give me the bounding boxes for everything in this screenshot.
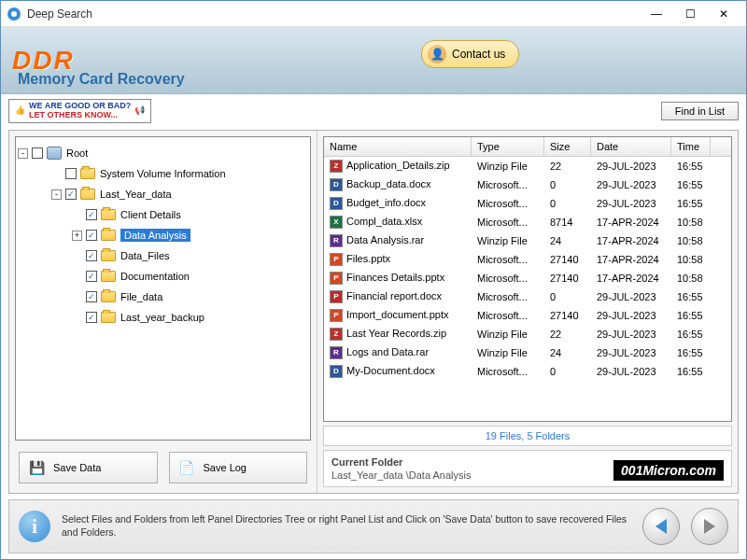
folder-icon [80, 168, 95, 179]
file-list-body[interactable]: ZApplication_Details.zipWinzip File2229-… [324, 157, 731, 421]
folder-icon [101, 271, 116, 282]
nav-back-button[interactable] [642, 508, 680, 545]
banner: DDR Memory Card Recovery 👤 Contact us [1, 27, 746, 94]
save-buttons-row: 💾 Save Data 📄 Save Log [9, 446, 317, 493]
checkbox[interactable]: ✓ [86, 209, 97, 220]
checkbox[interactable]: ✓ [86, 250, 97, 261]
tree-node-label: File_data [120, 291, 162, 302]
checkbox[interactable] [65, 168, 77, 179]
tree-node-label: Client Details [120, 209, 181, 220]
checkbox[interactable]: ✓ [65, 189, 77, 200]
toolbar: 👍 WE ARE GOOD OR BAD? LET OTHERS KNOW...… [1, 94, 746, 128]
file-list-header[interactable]: Name Type Size Date Time [324, 137, 731, 157]
status-bar: 19 Files, 5 Folders [323, 426, 732, 446]
file-row[interactable]: DBudget_info.docxMicrosoft...029-JUL-202… [324, 194, 731, 213]
tree-node[interactable]: ✓Last_year_backup [18, 307, 308, 328]
contact-avatar-icon: 👤 [428, 45, 446, 63]
feedback-line2: LET OTHERS KNOW... [29, 111, 131, 120]
close-button[interactable]: ✕ [707, 3, 740, 25]
tree-node-label: Last_Year_data [100, 189, 172, 200]
folder-icon [80, 189, 95, 200]
file-row[interactable]: DBackup_data.docxMicrosoft...029-JUL-202… [324, 175, 731, 194]
tree-node[interactable]: +✓Data Analysis [18, 225, 308, 245]
tree-root-node[interactable]: -Root [18, 143, 308, 163]
file-row[interactable]: RLogs and Data.rarWinzip File2429-JUL-20… [324, 343, 731, 362]
arrow-right-icon [704, 519, 715, 534]
app-icon [7, 7, 21, 21]
watermark: 001Micron.com [613, 460, 724, 481]
checkbox[interactable]: ✓ [86, 312, 97, 323]
expand-icon[interactable]: + [72, 231, 82, 241]
folder-icon [101, 209, 116, 220]
tree-node-label: Data_Files [120, 250, 170, 261]
nav-forward-button[interactable] [691, 508, 728, 545]
col-date[interactable]: Date [591, 137, 671, 156]
thumbs-up-icon: 👍 [15, 106, 25, 116]
brand-subtitle: Memory Card Recovery [18, 71, 185, 88]
folder-icon [101, 250, 116, 261]
window-title: Deep Search [27, 7, 640, 21]
tree-node[interactable]: ✓Data_Files [18, 245, 308, 266]
save-log-label: Save Log [204, 462, 247, 473]
save-data-icon: 💾 [27, 458, 46, 477]
file-row[interactable]: XCompl_data.xlsxMicrosoft...871417-APR-2… [324, 213, 731, 231]
file-row[interactable]: RData Analysis.rarWinzip File2417-APR-20… [324, 231, 731, 250]
col-name[interactable]: Name [324, 137, 472, 156]
file-row[interactable]: ZApplication_Details.zipWinzip File2229-… [324, 157, 731, 175]
folder-icon [101, 312, 116, 323]
file-type-icon: R [330, 346, 343, 359]
file-row[interactable]: PFinancial report.docxMicrosoft...029-JU… [324, 287, 731, 306]
checkbox[interactable]: ✓ [86, 291, 97, 302]
file-row[interactable]: PFinances Details.pptxMicrosoft...271401… [324, 269, 731, 287]
tree-node-label: Last_year_backup [120, 312, 204, 323]
current-folder-box: Current Folder Last_Year_data \Data Anal… [323, 450, 732, 487]
megaphone-icon: 📢 [134, 106, 145, 116]
file-type-icon: R [330, 234, 343, 247]
tree-node[interactable]: ✓File_data [18, 287, 308, 307]
info-icon: i [19, 511, 50, 542]
col-size[interactable]: Size [544, 137, 591, 156]
file-row[interactable]: PImport_document.pptxMicrosoft...2714029… [324, 306, 731, 325]
file-list: Name Type Size Date Time ZApplication_De… [323, 136, 732, 422]
save-log-icon: 📄 [177, 458, 196, 477]
file-type-icon: P [330, 272, 343, 285]
file-row[interactable]: PFiles.pptxMicrosoft...2714017-APR-20241… [324, 250, 731, 269]
directory-tree[interactable]: -RootSystem Volume Information-✓Last_Yea… [15, 136, 311, 441]
checkbox[interactable]: ✓ [86, 271, 97, 282]
arrow-left-icon [655, 519, 667, 534]
file-type-icon: X [330, 216, 343, 229]
save-data-label: Save Data [53, 462, 101, 473]
col-type[interactable]: Type [472, 137, 544, 156]
file-type-icon: P [330, 290, 343, 303]
footer-text: Select Files and Folders from left Panel… [62, 513, 631, 539]
tree-node[interactable]: -✓Last_Year_data [18, 184, 308, 204]
tree-node[interactable]: ✓Documentation [18, 266, 308, 287]
contact-us-button[interactable]: 👤 Contact us [421, 40, 519, 68]
file-row[interactable]: ZLast Year Records.zipWinzip File2229-JU… [324, 325, 731, 343]
save-log-button[interactable]: 📄 Save Log [169, 452, 308, 483]
file-type-icon: D [330, 197, 343, 210]
checkbox[interactable]: ✓ [86, 230, 97, 241]
file-row[interactable]: DMy-Document.docxMicrosoft...029-JUL-202… [324, 362, 731, 381]
maximize-button[interactable]: ☐ [673, 3, 707, 25]
minimize-button[interactable]: — [640, 3, 673, 25]
tree-node-label: Documentation [120, 271, 190, 282]
find-in-list-button[interactable]: Find in List [661, 102, 739, 120]
file-type-icon: Z [330, 328, 343, 341]
titlebar: Deep Search — ☐ ✕ [1, 1, 746, 27]
tree-node[interactable]: System Volume Information [18, 163, 308, 184]
file-type-icon: P [330, 253, 343, 266]
file-type-icon: D [330, 365, 343, 378]
file-type-icon: P [330, 309, 343, 322]
col-time[interactable]: Time [671, 137, 711, 156]
svg-point-1 [11, 11, 17, 17]
expand-icon[interactable]: - [51, 189, 62, 200]
right-panel: Name Type Size Date Time ZApplication_De… [317, 131, 738, 493]
file-type-icon: Z [330, 160, 343, 173]
tree-node[interactable]: ✓Client Details [18, 204, 308, 225]
save-data-button[interactable]: 💾 Save Data [19, 452, 158, 483]
contact-label: Contact us [452, 48, 505, 61]
footer: i Select Files and Folders from left Pan… [8, 499, 739, 553]
feedback-badge[interactable]: 👍 WE ARE GOOD OR BAD? LET OTHERS KNOW...… [8, 99, 151, 123]
left-panel: -RootSystem Volume Information-✓Last_Yea… [9, 131, 317, 493]
